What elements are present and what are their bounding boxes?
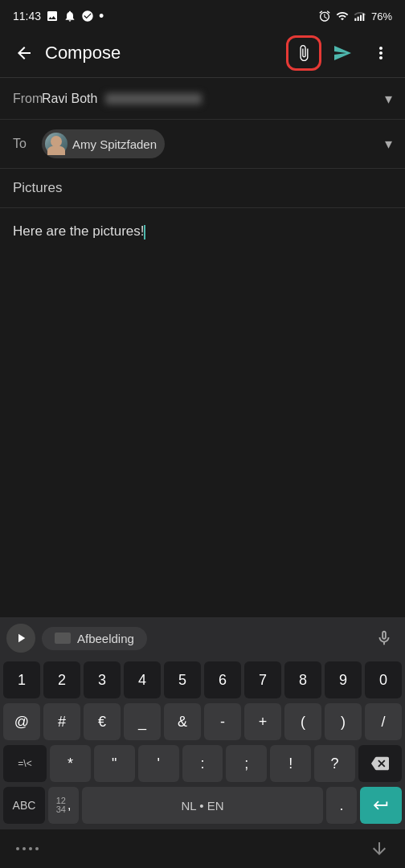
to-dropdown-icon[interactable]: ▾ <box>385 135 392 153</box>
key-6[interactable]: 6 <box>204 661 241 698</box>
avatar <box>45 133 68 155</box>
key-exclaim[interactable]: ! <box>270 745 311 782</box>
battery-level: 76% <box>371 10 392 23</box>
key-8[interactable]: 8 <box>284 661 321 698</box>
suggestion-image-icon <box>55 633 71 644</box>
suggestion-bar: Afbeelding <box>0 617 405 659</box>
status-icons: 76% <box>318 10 392 23</box>
body-field[interactable]: Here are the pictures! <box>0 208 405 617</box>
from-dropdown-icon[interactable]: ▾ <box>385 90 392 108</box>
key-lparen[interactable]: ( <box>284 703 321 740</box>
circle-check-icon <box>81 10 94 23</box>
language-label: NL • EN <box>181 799 223 813</box>
attach-button[interactable] <box>286 35 321 71</box>
svg-rect-1 <box>358 17 359 21</box>
key-ampersand[interactable]: & <box>164 703 201 740</box>
page-title: Compose <box>42 43 286 63</box>
from-sender-name: Ravi Both <box>42 92 97 106</box>
from-email-blurred <box>105 93 202 104</box>
to-field[interactable]: To Amy Spitzfaden ▾ <box>0 120 405 169</box>
key-asterisk[interactable]: * <box>50 745 91 782</box>
key-at[interactable]: @ <box>3 703 40 740</box>
key-comma[interactable]: 12 34 , <box>48 787 79 824</box>
keyboard: Afbeelding 1 2 3 4 5 6 7 8 9 0 @ # € _ &… <box>0 617 405 829</box>
status-time: 11:43 • <box>13 8 104 25</box>
app-bar-actions <box>286 35 399 71</box>
suggestion-chip[interactable]: Afbeelding <box>42 627 147 650</box>
key-symbols-toggle[interactable]: =\< <box>3 745 47 782</box>
recipient-name: Amy Spitzfaden <box>72 137 157 151</box>
key-hash[interactable]: # <box>43 703 80 740</box>
key-squote[interactable]: ' <box>138 745 179 782</box>
svg-rect-2 <box>360 15 362 21</box>
key-slash[interactable]: / <box>365 703 402 740</box>
key-3[interactable]: 3 <box>84 661 121 698</box>
send-button[interactable] <box>325 35 360 71</box>
key-minus[interactable]: - <box>204 703 241 740</box>
key-plus[interactable]: + <box>244 703 281 740</box>
nav-hide-button[interactable] <box>370 839 389 858</box>
key-backspace[interactable] <box>358 745 402 782</box>
subject-value: Pictures <box>13 180 62 195</box>
key-colon[interactable]: : <box>182 745 223 782</box>
suggestion-label: Afbeelding <box>77 632 134 645</box>
app-bar: Compose <box>0 29 405 77</box>
bottom-row: ABC 12 34 , NL • EN . <box>0 784 405 826</box>
key-underscore[interactable]: _ <box>124 703 161 740</box>
to-label: To <box>13 137 42 151</box>
key-question[interactable]: ? <box>314 745 355 782</box>
key-9[interactable]: 9 <box>325 661 362 698</box>
key-period[interactable]: . <box>326 787 357 824</box>
more-options-button[interactable] <box>363 35 399 71</box>
from-value: Ravi Both <box>42 92 385 106</box>
key-2[interactable]: 2 <box>43 661 80 698</box>
svg-rect-0 <box>354 18 356 21</box>
keyboard-switcher-button[interactable] <box>16 847 39 850</box>
nav-bar <box>0 829 405 868</box>
from-field[interactable]: From Ravi Both ▾ <box>0 78 405 120</box>
key-enter[interactable] <box>360 787 402 824</box>
key-5[interactable]: 5 <box>164 661 201 698</box>
key-abc[interactable]: ABC <box>3 787 45 824</box>
key-space[interactable]: NL • EN <box>82 787 323 824</box>
expand-suggestions-button[interactable] <box>6 624 35 653</box>
svg-rect-3 <box>362 14 364 21</box>
time-display: 11:43 <box>13 10 41 23</box>
signal-icon <box>354 10 366 23</box>
status-bar: 11:43 • 76% <box>0 0 405 29</box>
alarm-icon <box>318 10 331 23</box>
body-text: Here are the pictures! <box>13 223 144 239</box>
key-semicolon[interactable]: ; <box>226 745 267 782</box>
notification-icon <box>63 10 76 23</box>
text-cursor <box>144 225 145 240</box>
key-1[interactable]: 1 <box>3 661 40 698</box>
symbol-row-1: @ # € _ & - + ( ) / <box>0 701 405 743</box>
microphone-button[interactable] <box>370 624 399 653</box>
subject-field[interactable]: Pictures <box>0 169 405 208</box>
photo-icon <box>46 10 59 23</box>
key-4[interactable]: 4 <box>124 661 161 698</box>
number-row: 1 2 3 4 5 6 7 8 9 0 <box>0 659 405 701</box>
from-label: From <box>13 92 42 106</box>
key-euro[interactable]: € <box>84 703 121 740</box>
key-7[interactable]: 7 <box>244 661 281 698</box>
back-button[interactable] <box>6 35 42 71</box>
symbol-row-2: =\< * " ' : ; ! ? <box>0 743 405 784</box>
key-0[interactable]: 0 <box>365 661 402 698</box>
wifi-icon <box>336 10 349 23</box>
to-value: Amy Spitzfaden <box>42 129 385 158</box>
key-dquote[interactable]: " <box>94 745 135 782</box>
key-rparen[interactable]: ) <box>325 703 362 740</box>
recipient-chip[interactable]: Amy Spitzfaden <box>42 129 165 158</box>
